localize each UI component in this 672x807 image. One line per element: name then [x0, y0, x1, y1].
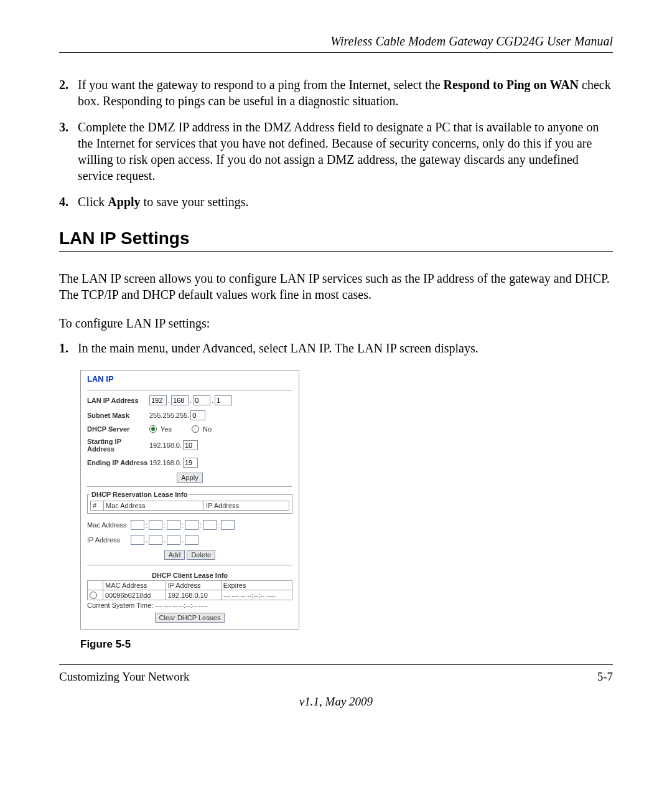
- bold-term: Respond to Ping on WAN: [444, 78, 579, 92]
- table-row: 00096b0218dd 192.168.0.10 --- --- -- --:…: [88, 590, 292, 600]
- ending-ip-label: Ending IP Address: [87, 459, 149, 466]
- mac-input[interactable]: [167, 520, 180, 530]
- col-expires: Expires: [221, 581, 292, 590]
- footer-right: 5-7: [597, 670, 613, 684]
- mask-last-input[interactable]: [190, 410, 205, 420]
- step-text: In the main menu, under Advanced, select…: [78, 340, 613, 356]
- client-lease-legend: DHCP Client Lease Info: [87, 572, 292, 579]
- panel-title: LAN IP: [87, 370, 292, 386]
- col-ip: IP Address: [166, 581, 221, 590]
- radio-yes[interactable]: [149, 425, 157, 433]
- mac-input[interactable]: [149, 520, 162, 530]
- ip-input[interactable]: [167, 535, 180, 545]
- text-segment: If you want the gateway to respond to a …: [78, 78, 444, 92]
- ip-octet-4[interactable]: [215, 395, 232, 405]
- step-4: 4. Click Apply to save your settings.: [59, 194, 613, 210]
- step-3: 3. Complete the DMZ IP address in the DM…: [59, 119, 613, 184]
- row-radio[interactable]: [90, 592, 97, 599]
- ip-address-label: IP Address: [87, 536, 131, 544]
- cell-mac: 00096b0218dd: [103, 590, 166, 600]
- steps-list-top: 2. If you want the gateway to respond to…: [59, 77, 613, 210]
- col-select: [88, 581, 103, 590]
- mask-prefix: 255.255.255.: [149, 412, 189, 419]
- intro-paragraph-2: To configure LAN IP settings:: [59, 315, 613, 331]
- step-text: Click Apply to save your settings.: [78, 194, 613, 210]
- delete-button[interactable]: Delete: [187, 550, 215, 560]
- footer-left: Customizing Your Network: [59, 670, 190, 684]
- divider: [87, 390, 292, 390]
- clear-leases-button[interactable]: Clear DHCP Leases: [155, 613, 225, 623]
- starting-ip-label: Starting IP Address: [87, 438, 149, 453]
- ip-input[interactable]: [185, 535, 198, 545]
- lan-ip-label: LAN IP Address: [87, 397, 149, 404]
- add-button[interactable]: Add: [164, 550, 185, 560]
- step-number: 3.: [59, 119, 78, 184]
- dhcp-reservation-fieldset: DHCP Reservation Lease Info # Mac Addres…: [87, 491, 292, 514]
- mac-input[interactable]: [131, 520, 144, 530]
- ip-input[interactable]: [149, 535, 162, 545]
- divider: [87, 565, 292, 565]
- mac-input[interactable]: [221, 520, 235, 530]
- reservation-legend: DHCP Reservation Lease Info: [90, 491, 189, 498]
- col-mac: MAC Address: [103, 581, 166, 590]
- subnet-mask-label: Subnet Mask: [87, 412, 149, 419]
- ending-ip-input[interactable]: [183, 458, 198, 468]
- steps-list: 1. In the main menu, under Advanced, sel…: [59, 340, 613, 356]
- step-number: 2.: [59, 77, 78, 109]
- step-2: 2. If you want the gateway to respond to…: [59, 77, 613, 109]
- text-segment: Click: [78, 195, 108, 209]
- document-header: Wireless Cable Modem Gateway CGD24G User…: [59, 34, 613, 53]
- dhcp-server-label: DHCP Server: [87, 425, 149, 433]
- step-text: Complete the DMZ IP address in the DMZ A…: [78, 119, 613, 184]
- step-1: 1. In the main menu, under Advanced, sel…: [59, 340, 613, 356]
- col-mac: Mac Address: [104, 501, 204, 511]
- ip-input[interactable]: [131, 535, 144, 545]
- mac-input[interactable]: [203, 520, 217, 530]
- client-lease-table: MAC Address IP Address Expires 00096b021…: [87, 580, 292, 600]
- col-hash: #: [91, 501, 104, 511]
- cell-expires: --- --- -- --:--:-- ----: [221, 590, 292, 600]
- radio-no[interactable]: [192, 425, 199, 433]
- lan-ip-panel: LAN IP LAN IP Address . . . Subnet Mask …: [80, 370, 299, 630]
- step-text: If you want the gateway to respond to a …: [78, 77, 613, 109]
- text-segment: to save your settings.: [141, 195, 249, 209]
- cell-ip: 192.168.0.10: [166, 590, 221, 600]
- figure-caption: Figure 5-5: [80, 638, 613, 651]
- divider: [87, 486, 292, 487]
- ip-octet-1[interactable]: [149, 395, 167, 405]
- bold-term: Apply: [108, 195, 140, 209]
- ending-ip-prefix: 192.168.0.: [149, 459, 182, 466]
- ip-octet-2[interactable]: [171, 395, 189, 405]
- starting-ip-prefix: 192.168.0.: [149, 441, 182, 449]
- page-footer: Customizing Your Network 5-7: [59, 664, 613, 684]
- starting-ip-input[interactable]: [183, 440, 198, 450]
- reservation-table: # Mac Address IP Address: [90, 501, 289, 511]
- radio-yes-label: Yes: [161, 425, 172, 433]
- col-ip: IP Address: [204, 501, 289, 511]
- intro-paragraph: The LAN IP screen allows you to configur…: [59, 270, 613, 303]
- radio-no-label: No: [203, 425, 212, 433]
- mac-address-label: Mac Address: [87, 521, 131, 529]
- mac-input[interactable]: [185, 520, 198, 530]
- section-heading: LAN IP Settings: [59, 229, 613, 252]
- step-number: 4.: [59, 194, 78, 210]
- system-time: Current System Time: --- --- -- --:--:--…: [87, 602, 292, 609]
- apply-button[interactable]: Apply: [177, 473, 203, 483]
- step-number: 1.: [59, 340, 78, 356]
- ip-octet-3[interactable]: [193, 395, 210, 405]
- version-line: v1.1, May 2009: [59, 695, 613, 709]
